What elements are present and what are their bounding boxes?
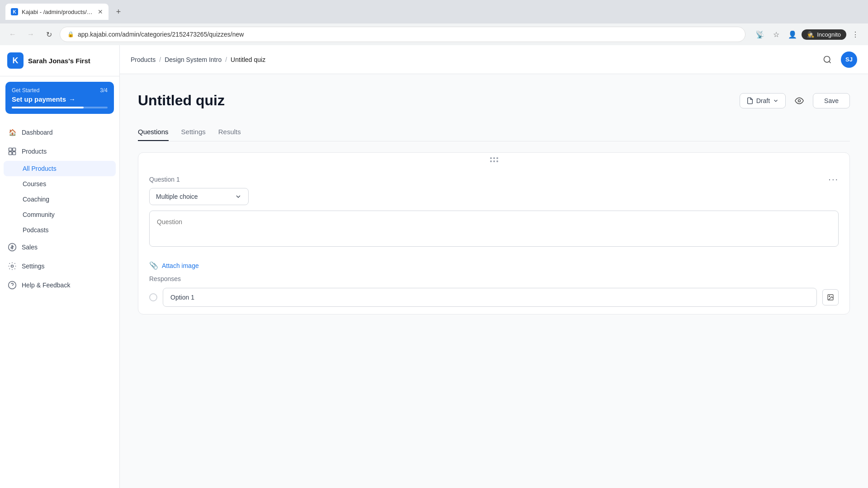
svg-point-5 [11, 265, 14, 267]
responses-label: Responses [149, 275, 839, 282]
sidebar-logo: K [7, 52, 24, 69]
settings-label: Settings [22, 263, 45, 270]
home-icon: 🏠 [7, 127, 17, 137]
question-body: Multiple choice [138, 188, 849, 256]
podcasts-label: Podcasts [23, 226, 49, 234]
products-sub-menu: All Products Courses Coaching Community … [0, 161, 119, 238]
sidebar-item-courses[interactable]: Courses [0, 176, 119, 192]
sidebar-item-help[interactable]: Help & Feedback [0, 276, 119, 295]
responses-section: Responses [138, 275, 849, 314]
courses-label: Courses [23, 180, 46, 188]
quiz-card: Question 1 ··· Multiple choice 📎 [138, 152, 850, 314]
progress-fill [12, 107, 84, 108]
main-content: Products / Design System Intro / Untitle… [120, 45, 868, 488]
question-type-select[interactable]: Multiple choice [149, 188, 249, 205]
tab-settings[interactable]: Settings [181, 123, 206, 141]
incognito-icon: 🕵️ [807, 31, 814, 38]
svg-rect-2 [9, 152, 12, 155]
drag-handle[interactable] [138, 153, 849, 167]
draft-label: Draft [756, 97, 770, 104]
sidebar: K Sarah Jonas's First Get Started 3/4 Se… [0, 45, 120, 488]
draft-chevron-icon [773, 98, 779, 104]
image-icon [827, 294, 834, 301]
help-icon [7, 280, 17, 290]
address-text: app.kajabi.com/admin/categories/21524732… [78, 31, 244, 38]
get-started-action-text: Set up payments [12, 95, 66, 103]
sidebar-item-sales[interactable]: Sales [0, 238, 119, 257]
help-label: Help & Feedback [22, 282, 70, 289]
draft-button[interactable]: Draft [740, 93, 786, 108]
breadcrumb-products[interactable]: Products [131, 56, 156, 63]
products-icon [7, 146, 17, 156]
svg-rect-0 [9, 148, 12, 151]
sidebar-item-settings[interactable]: Settings [0, 257, 119, 276]
option-input-1[interactable] [163, 288, 817, 307]
save-button[interactable]: Save [813, 93, 850, 108]
sidebar-item-products[interactable]: Products [0, 142, 119, 161]
attach-image-label: Attach image [162, 262, 199, 269]
settings-icon [7, 261, 17, 271]
response-row-1 [149, 288, 839, 307]
radio-button-1[interactable] [149, 293, 157, 301]
workspace-name: Sarah Jonas's First [28, 57, 90, 65]
sidebar-item-community[interactable]: Community [0, 207, 119, 222]
question-header: Question 1 ··· [138, 167, 849, 188]
get-started-arrow: → [69, 95, 75, 103]
drag-dots-icon [490, 157, 498, 162]
svg-point-7 [824, 56, 830, 62]
sales-icon [7, 242, 17, 252]
more-options-button[interactable]: ⋮ [848, 27, 863, 42]
cast-icon[interactable]: 📡 [753, 27, 767, 42]
question-label: Question 1 [149, 176, 180, 183]
lock-icon: 🔒 [67, 31, 74, 38]
tab-close-button[interactable]: ✕ [98, 8, 103, 15]
question-type-label: Multiple choice [156, 193, 198, 200]
sidebar-item-podcasts[interactable]: Podcasts [0, 222, 119, 238]
breadcrumb-current: Untitled quiz [231, 56, 265, 63]
paperclip-icon: 📎 [149, 261, 158, 270]
browser-controls: ← → ↻ 🔒 app.kajabi.com/admin/categories/… [0, 23, 868, 45]
user-avatar[interactable]: SJ [841, 52, 857, 68]
profile-icon[interactable]: 👤 [785, 27, 800, 42]
products-label: Products [22, 148, 47, 155]
tab-title: Kajabi - /admin/products/21481... [22, 9, 94, 15]
progress-bar [12, 107, 108, 108]
top-bar: Products / Design System Intro / Untitle… [120, 45, 868, 74]
forward-button[interactable]: → [24, 27, 38, 42]
new-tab-button[interactable]: + [112, 5, 125, 18]
browser-tab-bar: K Kajabi - /admin/products/21481... ✕ + [0, 0, 868, 23]
attach-image-button[interactable]: 📎 Attach image [138, 256, 849, 275]
community-label: Community [23, 211, 55, 218]
refresh-button[interactable]: ↻ [42, 27, 56, 42]
app-container: K Sarah Jonas's First Get Started 3/4 Se… [0, 45, 868, 488]
svg-rect-3 [13, 152, 16, 155]
breadcrumb-sep-1: / [159, 56, 161, 63]
question-text-input[interactable] [149, 211, 839, 247]
bookmark-icon[interactable]: ☆ [769, 27, 783, 42]
sidebar-item-coaching[interactable]: Coaching [0, 192, 119, 207]
get-started-label: Get Started [12, 87, 39, 94]
svg-rect-1 [13, 148, 16, 151]
preview-button[interactable] [791, 93, 807, 109]
type-select-chevron-icon [235, 193, 242, 200]
address-bar[interactable]: 🔒 app.kajabi.com/admin/categories/215247… [60, 27, 745, 42]
svg-point-8 [798, 99, 801, 102]
browser-extra-icons: 📡 ☆ 👤 🕵️ Incognito ⋮ [753, 27, 863, 42]
svg-point-10 [829, 296, 830, 297]
tab-results[interactable]: Results [218, 123, 241, 141]
sidebar-item-all-products[interactable]: All Products [4, 161, 116, 176]
back-button[interactable]: ← [5, 27, 20, 42]
active-tab[interactable]: K Kajabi - /admin/products/21481... ✕ [5, 4, 108, 20]
get-started-banner[interactable]: Get Started 3/4 Set up payments → [5, 82, 114, 114]
coaching-label: Coaching [23, 196, 49, 203]
incognito-button[interactable]: 🕵️ Incognito [802, 29, 846, 40]
search-button[interactable] [819, 52, 835, 68]
tab-questions[interactable]: Questions [138, 123, 169, 141]
sidebar-header: K Sarah Jonas's First [0, 45, 119, 76]
option-image-button-1[interactable] [822, 289, 839, 305]
breadcrumb-sep-2: / [225, 56, 227, 63]
draft-icon [746, 97, 754, 104]
sidebar-item-dashboard[interactable]: 🏠 Dashboard [0, 123, 119, 142]
breadcrumb-category[interactable]: Design System Intro [165, 56, 222, 63]
question-menu-button[interactable]: ··· [828, 174, 839, 184]
